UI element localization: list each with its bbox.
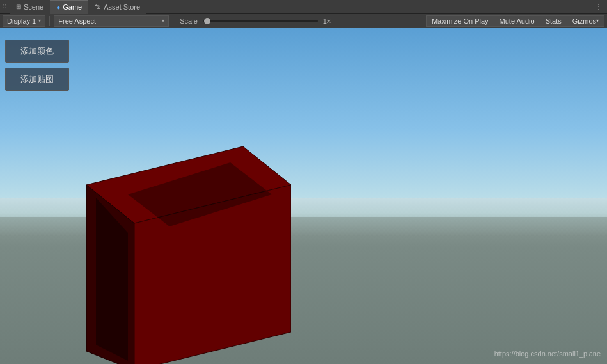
stats-button[interactable]: Stats bbox=[540, 15, 567, 27]
aspect-select[interactable]: Free Aspect ▾ bbox=[54, 15, 169, 27]
scale-slider[interactable] bbox=[203, 20, 318, 22]
toolbar-divider-2 bbox=[173, 16, 173, 26]
tab-scene[interactable]: ⊞ Scene bbox=[10, 0, 50, 14]
tab-asset-store[interactable]: 🛍 Asset Store bbox=[88, 0, 146, 14]
mute-audio-button[interactable]: Mute Audio bbox=[494, 15, 540, 27]
asset-store-icon: 🛍 bbox=[95, 3, 101, 10]
maximize-on-play-button[interactable]: Maximize On Play bbox=[426, 15, 494, 27]
scale-value: 1× bbox=[323, 17, 331, 25]
tab-game[interactable]: ● Game bbox=[50, 0, 88, 14]
watermark: https://blog.csdn.net/small1_plane bbox=[494, 350, 601, 358]
toolbar: Display 1 ▾ Free Aspect ▾ Scale 1× Maxim… bbox=[0, 14, 607, 28]
tab-bar: ⠿ ⊞ Scene ● Game 🛍 Asset Store ⋮ bbox=[0, 0, 607, 14]
aspect-label: Free Aspect bbox=[58, 17, 96, 25]
watermark-text: https://blog.csdn.net/small1_plane bbox=[494, 350, 601, 358]
mute-audio-label: Mute Audio bbox=[500, 17, 535, 25]
asset-store-tab-label: Asset Store bbox=[104, 3, 140, 11]
stats-label: Stats bbox=[546, 17, 562, 25]
display-select[interactable]: Display 1 ▾ bbox=[3, 15, 45, 27]
display-label: Display 1 bbox=[7, 17, 36, 25]
scene-drag-handle: ⠿ bbox=[3, 3, 7, 10]
add-texture-label: 添加贴图 bbox=[20, 74, 54, 84]
scale-slider-thumb bbox=[204, 18, 210, 24]
toolbar-right: Maximize On Play Mute Audio Stats Gizmos bbox=[426, 15, 604, 27]
add-color-label: 添加颜色 bbox=[20, 46, 54, 56]
gizmos-button[interactable]: Gizmos bbox=[567, 15, 604, 27]
window-menu-button[interactable]: ⋮ bbox=[593, 2, 604, 12]
window-controls: ⋮ bbox=[593, 2, 607, 12]
game-icon: ● bbox=[56, 4, 60, 11]
gizmos-label: Gizmos bbox=[572, 17, 596, 25]
display-arrow-icon: ▾ bbox=[38, 18, 41, 24]
scene-tab-label: Scene bbox=[24, 3, 43, 11]
add-texture-button[interactable]: 添加贴图 bbox=[5, 68, 69, 91]
aspect-arrow-icon: ▾ bbox=[162, 18, 164, 24]
game-view: 添加颜色 添加贴图 https://blog.csdn.net/small1_p… bbox=[0, 28, 607, 364]
add-color-button[interactable]: 添加颜色 bbox=[5, 40, 69, 63]
scene-icon: ⊞ bbox=[16, 3, 21, 10]
scale-label: Scale bbox=[180, 17, 198, 25]
ui-buttons-panel: 添加颜色 添加贴图 bbox=[5, 40, 69, 91]
game-tab-label: Game bbox=[63, 3, 82, 11]
cube-3d bbox=[45, 134, 291, 364]
maximize-on-play-label: Maximize On Play bbox=[432, 17, 489, 25]
toolbar-divider-1 bbox=[49, 16, 50, 26]
